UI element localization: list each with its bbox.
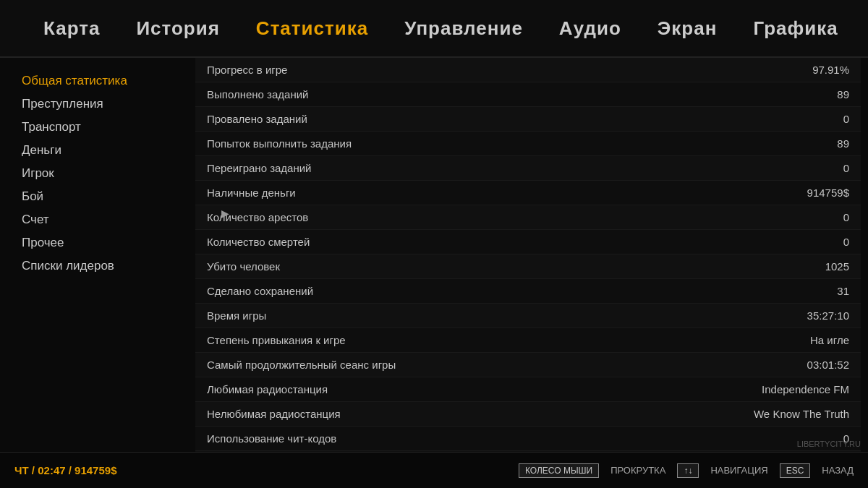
nav-item-графика[interactable]: Графика [753, 17, 838, 40]
stat-label-2: Провалено заданий [207, 113, 307, 125]
stats-area: Прогресс в игре97.91%Выполнено заданий89… [188, 58, 868, 452]
sidebar-item-3[interactable]: Деньги [22, 142, 166, 159]
stat-row-9: Сделано сохранений31 [195, 279, 861, 304]
sidebar-item-0[interactable]: Общая статистика [22, 72, 166, 90]
sidebar-item-4[interactable]: Игрок [22, 165, 166, 182]
nav-item-карта[interactable]: Карта [43, 17, 100, 40]
sidebar-item-7[interactable]: Прочее [22, 234, 166, 252]
sidebar-item-6[interactable]: Счет [22, 211, 166, 228]
status-left-text: ЧТ / 02:47 / 914759$ [14, 464, 116, 476]
stat-value-1: 89 [719, 88, 849, 100]
nav-key-badge: ↑↓ [677, 463, 699, 478]
stat-label-1: Выполнено заданий [207, 88, 308, 100]
stat-value-11: На игле [719, 334, 849, 346]
nav-item-экран[interactable]: Экран [658, 17, 718, 40]
stat-row-4: Переиграно заданий0 [195, 156, 861, 181]
nav-item-аудио[interactable]: Аудио [559, 17, 621, 40]
nav-label: НАВИГАЦИЯ [710, 465, 767, 476]
stat-value-9: 31 [719, 285, 849, 297]
stat-row-11: Степень привыкания к игреНа игле [195, 328, 861, 353]
cursor-indicator: ▶ [221, 207, 227, 219]
nav-item-статистика[interactable]: Статистика [256, 17, 368, 40]
sidebar-item-5[interactable]: Бой [22, 188, 166, 205]
nav-item-история[interactable]: История [136, 17, 219, 40]
stat-value-13: Independence FM [719, 383, 849, 395]
stat-value-2: 0 [719, 113, 849, 125]
stat-row-12: Самый продолжительный сеанс игры03:01:52 [195, 353, 861, 377]
main-content: Общая статистикаПреступленияТранспортДен… [0, 58, 868, 452]
stat-value-10: 35:27:10 [719, 309, 849, 322]
stat-label-11: Степень привыкания к игре [207, 334, 346, 346]
nav-item-управление[interactable]: Управление [404, 17, 523, 40]
scroll-label: ПРОКРУТКА [610, 465, 665, 476]
stat-row-3: Попыток выполнить задания89 [195, 132, 861, 156]
stat-label-5: Наличные деньги [207, 187, 296, 199]
stat-row-2: Провалено заданий0 [195, 107, 861, 132]
stat-label-0: Прогресс в игре [207, 64, 287, 76]
status-right-controls: КОЛЕСО МЫШИ ПРОКРУТКА ↑↓ НАВИГАЦИЯ ESC Н… [519, 463, 854, 478]
stat-label-9: Сделано сохранений [207, 285, 313, 297]
sidebar: Общая статистикаПреступленияТранспортДен… [0, 58, 188, 452]
stat-label-4: Переиграно заданий [207, 162, 312, 174]
top-nav: КартаИсторияСтатистикаУправлениеАудиоЭкр… [0, 0, 868, 58]
stat-value-5: 914759$ [719, 187, 849, 199]
stat-label-10: Время игры [207, 309, 266, 322]
stat-label-14: Нелюбимая радиостанция [207, 408, 341, 420]
stat-label-8: Убито человек [207, 260, 280, 273]
stat-label-13: Любимая радиостанция [207, 383, 328, 395]
stat-value-0: 97.91% [719, 64, 849, 76]
stat-row-1: Выполнено заданий89 [195, 82, 861, 107]
stat-row-15: Использование чит-кодов0 [195, 427, 861, 451]
stat-row-7: Количество смертей0 [195, 230, 861, 254]
sidebar-item-2[interactable]: Транспорт [22, 119, 166, 136]
status-bar: ЧТ / 02:47 / 914759$ КОЛЕСО МЫШИ ПРОКРУТ… [0, 452, 868, 488]
stat-label-7: Количество смертей [207, 236, 310, 248]
stat-row-10: Время игры35:27:10 [195, 304, 861, 328]
stat-row-6: Количество арестов0 [195, 205, 861, 230]
back-label: НАЗАД [822, 465, 854, 476]
sidebar-item-1[interactable]: Преступления [22, 95, 166, 113]
back-key-badge: ESC [780, 463, 811, 478]
stat-row-5: Наличные деньги914759$ [195, 181, 861, 205]
stat-row-0: Прогресс в игре97.91% [195, 58, 861, 82]
stat-value-7: 0 [719, 236, 849, 248]
stat-label-12: Самый продолжительный сеанс игры [207, 359, 396, 371]
stat-value-3: 89 [719, 137, 849, 150]
stat-value-14: We Know The Truth [719, 408, 849, 420]
stat-value-6: 0 [719, 211, 849, 223]
stat-value-4: 0 [719, 162, 849, 174]
scroll-key-badge: КОЛЕСО МЫШИ [519, 463, 599, 478]
stat-row-13: Любимая радиостанцияIndependence FM [195, 377, 861, 402]
stat-label-15: Использование чит-кодов [207, 432, 336, 445]
watermark: LIBERTYCITY.RU [797, 440, 861, 448]
stat-row-8: Убито человек1025 [195, 254, 861, 279]
stat-label-3: Попыток выполнить задания [207, 137, 352, 150]
stat-value-8: 1025 [719, 260, 849, 273]
stat-row-14: Нелюбимая радиостанцияWe Know The Truth [195, 402, 861, 427]
sidebar-item-8[interactable]: Списки лидеров [22, 257, 166, 275]
stat-value-12: 03:01:52 [719, 359, 849, 371]
